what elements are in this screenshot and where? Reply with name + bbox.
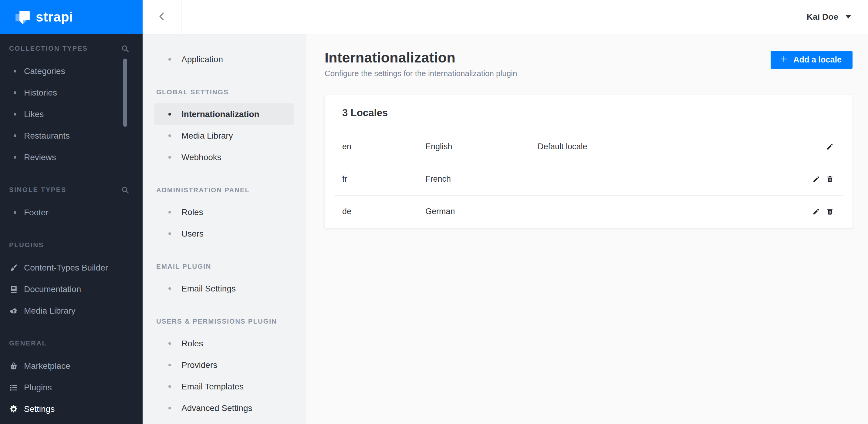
locale-row-fr: fr French — [324, 163, 852, 195]
sidebar-item-label: Plugins — [24, 383, 52, 392]
settings-nav-label: Email Templates — [181, 382, 244, 392]
section-title: GENERAL — [9, 339, 47, 347]
main-sidebar: strapi COLLECTION TYPES Categories Histo… — [0, 0, 143, 424]
bullet-icon — [168, 385, 171, 388]
sidebar-item-footer[interactable]: Footer — [0, 202, 143, 223]
delete-trash-icon[interactable] — [826, 175, 834, 183]
locale-code: de — [342, 207, 425, 216]
sidebar-section-general: GENERAL Marketplace Plugins Settings — [0, 339, 143, 420]
sidebar-item-media-library[interactable]: Media Library — [0, 300, 143, 322]
sidebar-item-label: Media Library — [24, 306, 75, 316]
sidebar-item-label: Likes — [24, 109, 44, 119]
gear-icon — [8, 404, 19, 414]
section-title: COLLECTION TYPES — [9, 44, 88, 53]
settings-group-title: USERS & PERMISSIONS PLUGIN — [143, 318, 306, 326]
sidebar-item-likes[interactable]: Likes — [0, 103, 143, 125]
locale-name: French — [425, 174, 537, 184]
edit-pencil-icon[interactable] — [812, 208, 820, 215]
settings-nav-label: Roles — [181, 339, 203, 349]
bullet-icon — [168, 113, 171, 116]
chevron-left-icon — [157, 11, 167, 23]
settings-group-title: ADMINISTRATION PANEL — [143, 186, 306, 195]
sidebar-item-reviews[interactable]: Reviews — [0, 146, 143, 168]
sidebar-section-plugins: PLUGINS Content-Types Builder Documentat… — [0, 240, 143, 322]
search-icon[interactable] — [121, 44, 129, 53]
bullet-icon — [168, 342, 171, 345]
sidebar-section-collection-types: COLLECTION TYPES Categories Histories Li… — [0, 44, 143, 168]
settings-nav-item-up-advanced-settings[interactable]: Advanced Settings — [154, 397, 294, 419]
back-button[interactable] — [143, 0, 182, 34]
main-content: Internationalization Configure the setti… — [306, 34, 868, 424]
settings-group-title: GLOBAL SETTINGS — [143, 88, 306, 97]
sidebar-item-label: Histories — [24, 88, 57, 98]
sidebar-item-label: Categories — [24, 66, 65, 76]
topbar: Kai Doe — [143, 0, 868, 34]
bullet-icon — [168, 232, 171, 235]
sidebar-item-categories[interactable]: Categories — [0, 60, 143, 82]
sidebar-item-label: Marketplace — [24, 361, 70, 371]
edit-pencil-icon[interactable] — [826, 143, 834, 151]
locale-row-de: de German — [324, 195, 852, 228]
plus-icon — [780, 55, 788, 65]
settings-nav-item-up-providers[interactable]: Providers — [154, 354, 294, 376]
locales-card: 3 Locales en English Default locale fr F… — [324, 95, 852, 228]
delete-trash-icon[interactable] — [826, 208, 834, 215]
page-header: Internationalization Configure the setti… — [306, 34, 868, 78]
add-locale-label: Add a locale — [794, 55, 842, 65]
bullet-icon — [168, 134, 171, 137]
sidebar-item-plugins[interactable]: Plugins — [0, 377, 143, 398]
brand-name: strapi — [36, 9, 73, 25]
sidebar-item-label: Restaurants — [24, 131, 70, 141]
book-icon — [8, 284, 19, 294]
bullet-icon — [14, 134, 17, 137]
settings-nav-item-up-email-templates[interactable]: Email Templates — [154, 376, 294, 397]
row-actions — [826, 143, 834, 151]
bullet-icon — [14, 91, 17, 94]
settings-nav-label: Users — [181, 229, 204, 239]
sidebar-section-single-types: SINGLE TYPES Footer — [0, 185, 143, 223]
search-icon[interactable] — [121, 186, 129, 194]
settings-nav-item-email-settings[interactable]: Email Settings — [154, 278, 294, 299]
add-locale-button[interactable]: Add a locale — [771, 51, 852, 69]
settings-nav-item-up-roles[interactable]: Roles — [154, 333, 294, 354]
user-menu[interactable]: Kai Doe — [807, 0, 851, 34]
settings-nav-label: Internationalization — [181, 109, 259, 119]
strapi-logo[interactable]: strapi — [0, 0, 143, 34]
edit-pencil-icon[interactable] — [812, 175, 820, 183]
cloud-upload-icon — [8, 306, 19, 316]
bullet-icon — [14, 156, 17, 159]
sidebar-item-restaurants[interactable]: Restaurants — [0, 125, 143, 146]
sidebar-item-marketplace[interactable]: Marketplace — [0, 355, 143, 377]
brush-icon — [8, 263, 19, 273]
sidebar-item-settings[interactable]: Settings — [0, 398, 143, 420]
settings-group-title: EMAIL PLUGIN — [143, 263, 306, 271]
settings-nav-item-application[interactable]: Application — [154, 48, 294, 70]
locales-card-title: 3 Locales — [324, 95, 852, 130]
sidebar-item-label: Footer — [24, 208, 49, 218]
basket-icon — [8, 361, 19, 371]
settings-nav-item-webhooks[interactable]: Webhooks — [154, 146, 294, 168]
sidebar-item-documentation[interactable]: Documentation — [0, 279, 143, 300]
sidebar-scrollbar-thumb[interactable] — [123, 59, 127, 127]
sidebar-item-content-types-builder[interactable]: Content-Types Builder — [0, 257, 143, 279]
locale-note: Default locale — [537, 142, 826, 151]
locale-row-en: en English Default locale — [324, 130, 852, 163]
page-subtitle: Configure the settings for the internati… — [324, 69, 852, 78]
bullet-icon — [168, 211, 171, 214]
user-name: Kai Doe — [807, 12, 838, 22]
settings-nav-label: Webhooks — [181, 153, 221, 162]
settings-sidebar: Application GLOBAL SETTINGS Internationa… — [143, 34, 306, 424]
settings-nav-item-admin-roles[interactable]: Roles — [154, 201, 294, 223]
settings-nav-label: Application — [181, 55, 223, 64]
settings-nav-item-internationalization[interactable]: Internationalization — [154, 103, 294, 125]
settings-nav-label: Media Library — [181, 131, 233, 141]
settings-nav-item-media-library[interactable]: Media Library — [154, 125, 294, 146]
list-icon — [8, 383, 19, 393]
bullet-icon — [14, 113, 17, 116]
bullet-icon — [14, 211, 17, 214]
sidebar-item-histories[interactable]: Histories — [0, 82, 143, 103]
settings-nav-label: Email Settings — [181, 284, 236, 294]
bullet-icon — [168, 364, 171, 366]
locale-code: fr — [342, 174, 425, 184]
settings-nav-item-admin-users[interactable]: Users — [154, 223, 294, 244]
